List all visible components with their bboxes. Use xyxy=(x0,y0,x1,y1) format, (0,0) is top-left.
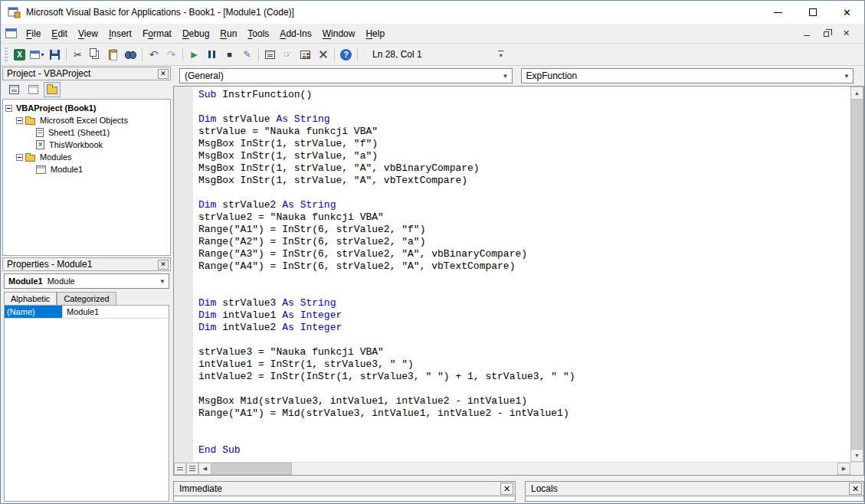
immediate-close-button[interactable]: ✕ xyxy=(500,483,513,495)
code-line[interactable]: MsgBox InStr(1, strValue, "A", vbBinaryC… xyxy=(198,162,850,175)
insert-userform-icon[interactable]: ▾ xyxy=(28,46,46,64)
tree-node-sheet1-sheet1[interactable]: Sheet1 (Sheet1) xyxy=(3,126,170,139)
code-line[interactable]: Dim strValue2 As String xyxy=(198,199,850,211)
save-icon[interactable] xyxy=(46,46,64,64)
tree-node-vbaproject-book1[interactable]: VBAProject (Book1) xyxy=(3,102,170,114)
tab-categorized[interactable]: Categorized xyxy=(57,292,116,305)
toolbar-options-button[interactable]: ▾ xyxy=(495,46,507,63)
code-line[interactable] xyxy=(198,420,850,432)
immediate-window-body[interactable] xyxy=(173,496,516,502)
tab-alphabetic[interactable]: Alphabetic xyxy=(4,292,57,305)
code-line[interactable] xyxy=(198,334,850,346)
horizontal-scrollbar[interactable]: ◀ ▶ xyxy=(198,463,850,475)
break-icon[interactable] xyxy=(203,46,221,64)
properties-grid[interactable]: (Name)Module1 xyxy=(4,305,169,502)
project-explorer-icon[interactable] xyxy=(261,46,279,64)
menu-add-ins[interactable]: Add-Ins xyxy=(274,25,316,42)
code-line[interactable] xyxy=(198,101,850,113)
code-line[interactable]: Sub InstrFunction() xyxy=(198,89,850,101)
close-button[interactable]: ✕ xyxy=(830,1,864,24)
property-name-cell[interactable]: (Name) xyxy=(5,306,63,318)
horizontal-scroll-track[interactable] xyxy=(292,463,837,475)
code-line[interactable]: strValue2 = "Nauka funkcji VBA" xyxy=(198,211,850,224)
code-line[interactable]: MsgBox InStr(1, strValue, "A", vbTextCom… xyxy=(198,175,850,187)
reset-icon[interactable]: ■ xyxy=(221,46,238,64)
menu-edit[interactable]: Edit xyxy=(46,25,73,42)
redo-icon[interactable]: ↷ xyxy=(162,46,180,64)
code-line[interactable]: MsgBox Mid(strValue3, intValue1, intValu… xyxy=(198,395,850,407)
menu-help[interactable]: Help xyxy=(360,25,390,42)
code-line[interactable]: Dim strValue As String xyxy=(198,113,850,126)
code-line[interactable]: Dim intValue1 As Integer xyxy=(198,309,850,322)
locals-window-caption[interactable]: Locals ✕ xyxy=(525,481,864,496)
tree-node-thisworkbook[interactable]: ThisWorkbook xyxy=(3,139,170,151)
tree-node-module1[interactable]: Module1 xyxy=(3,163,170,175)
code-line[interactable] xyxy=(198,432,850,444)
tree-node-modules[interactable]: Modules xyxy=(3,151,170,163)
collapse-icon[interactable] xyxy=(16,154,23,161)
cut-icon[interactable]: ✂ xyxy=(69,46,87,64)
immediate-window-caption[interactable]: Immediate ✕ xyxy=(173,481,516,496)
code-line[interactable]: End Sub xyxy=(198,444,850,457)
maximize-button[interactable] xyxy=(795,1,830,24)
help-icon[interactable]: ? xyxy=(337,46,355,64)
titlebar[interactable]: Microsoft Visual Basic for Applications … xyxy=(1,1,864,24)
code-line[interactable]: Dim strValue3 As String xyxy=(198,297,850,309)
scroll-right-button[interactable]: ▶ xyxy=(837,463,850,475)
code-line[interactable]: Range("A1") = InStr(6, strValue2, "f") xyxy=(198,224,850,236)
undo-icon[interactable]: ↶ xyxy=(145,46,162,64)
excel-icon[interactable]: X xyxy=(11,46,28,64)
property-value-cell[interactable]: Module1 xyxy=(63,306,169,317)
object-browser-icon[interactable] xyxy=(297,46,314,64)
menu-debug[interactable]: Debug xyxy=(177,25,215,42)
paste-icon[interactable] xyxy=(104,46,122,64)
find-icon[interactable] xyxy=(122,46,139,64)
vertical-scroll-thumb[interactable] xyxy=(850,100,863,449)
locals-close-button[interactable]: ✕ xyxy=(849,483,862,495)
horizontal-scroll-thumb[interactable] xyxy=(211,463,292,475)
code-line[interactable]: intValue2 = InStr(InStr(1, strValue3, " … xyxy=(198,371,850,383)
full-module-view-button[interactable] xyxy=(186,463,198,475)
procedure-dropdown[interactable]: ExpFunction ▼ xyxy=(521,68,854,83)
code-line[interactable]: intValue1 = InStr(1, strValue3, " ") xyxy=(198,358,850,371)
collapse-icon[interactable] xyxy=(16,117,23,124)
minimize-button[interactable] xyxy=(761,1,795,24)
code-line[interactable] xyxy=(198,285,850,297)
code-line[interactable]: Range("A4") = InStr(6, strValue2, "A", v… xyxy=(198,260,850,273)
properties-panel-caption[interactable]: Properties - Module1 ✕ xyxy=(2,257,171,271)
project-panel-caption[interactable]: Project - VBAProject ✕ xyxy=(2,67,171,80)
margin-indicator-bar[interactable] xyxy=(174,87,193,462)
menu-insert[interactable]: Insert xyxy=(103,25,137,42)
toolbox-icon[interactable] xyxy=(314,46,332,64)
project-tree[interactable]: VBAProject (Book1)Microsoft Excel Object… xyxy=(2,99,171,256)
code-line[interactable] xyxy=(198,383,850,395)
scroll-down-button[interactable]: ▼ xyxy=(850,449,863,462)
code-line[interactable]: strValue = "Nauka funkcji VBA" xyxy=(198,126,850,138)
toggle-folders-icon[interactable] xyxy=(44,82,61,97)
toolbar-grip[interactable] xyxy=(5,47,8,61)
vertical-scrollbar[interactable]: ▲ ▼ xyxy=(850,87,863,462)
copy-icon[interactable] xyxy=(87,46,104,64)
scroll-left-button[interactable]: ◀ xyxy=(198,463,211,475)
code-line[interactable]: Range("A3") = InStr(6, strValue2, "A", v… xyxy=(198,248,850,260)
code-line[interactable]: Range("A2") = InStr(6, strValue2, "a") xyxy=(198,236,850,248)
menu-file[interactable]: File xyxy=(21,25,46,42)
view-code-icon[interactable] xyxy=(5,82,22,97)
run-icon[interactable]: ▶ xyxy=(185,46,203,64)
object-dropdown[interactable]: (General) ▼ xyxy=(179,68,513,83)
menu-run[interactable]: Run xyxy=(215,25,242,42)
properties-window-icon[interactable]: ☞ xyxy=(279,46,297,64)
mdi-minimize-button[interactable] xyxy=(798,27,815,41)
collapse-icon[interactable] xyxy=(5,105,12,112)
code-line[interactable]: MsgBox InStr(1, strValue, "f") xyxy=(198,138,850,150)
tree-node-microsoft-excel-objects[interactable]: Microsoft Excel Objects xyxy=(3,114,170,126)
menu-tools[interactable]: Tools xyxy=(242,25,274,42)
code-line[interactable] xyxy=(198,273,850,285)
menu-view[interactable]: View xyxy=(73,25,103,42)
design-mode-icon[interactable]: ✎ xyxy=(238,46,256,64)
code-line[interactable] xyxy=(198,187,850,199)
procedure-view-button[interactable] xyxy=(174,463,186,475)
code-line[interactable]: MsgBox InStr(1, strValue, "a") xyxy=(198,150,850,162)
code-editor[interactable]: Sub InstrFunction() Dim strValue As Stri… xyxy=(193,87,850,462)
code-line[interactable]: Range("A1") = Mid(strValue3, intValue1, … xyxy=(198,407,850,420)
